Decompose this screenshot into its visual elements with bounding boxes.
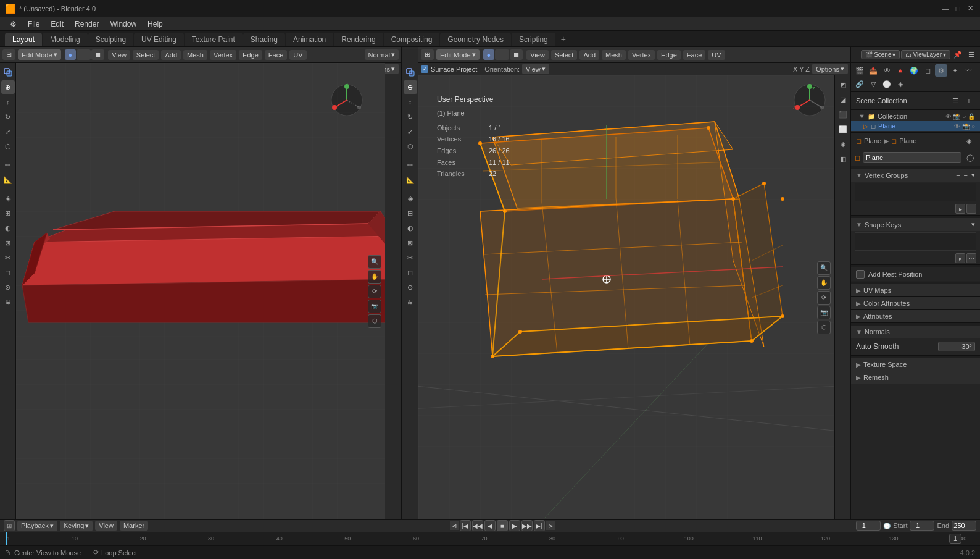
shape-keys-header[interactable]: ▼ Shape Keys + − ▾ bbox=[851, 218, 980, 231]
nav-zoom-in[interactable]: 🔍 bbox=[368, 255, 381, 269]
panel-modifier-icon[interactable]: ⚙ bbox=[935, 64, 947, 77]
tab-sculpting[interactable]: Sculpting bbox=[88, 33, 133, 46]
panel-scene-icon[interactable]: 🔺 bbox=[894, 64, 907, 77]
keying-btn[interactable]: Keying ▾ bbox=[60, 521, 93, 531]
rv-select-btn[interactable]: Select bbox=[551, 50, 578, 60]
tool-loop-cut[interactable]: ⊠ bbox=[1, 236, 15, 250]
rv-tool-smooth[interactable]: ≋ bbox=[404, 295, 417, 309]
face-btn[interactable]: Face bbox=[265, 50, 287, 60]
scene-selector[interactable]: 🎬 Scene ▾ bbox=[861, 50, 900, 59]
tool-smooth[interactable]: ≋ bbox=[1, 295, 15, 309]
tool-inset[interactable]: ⊞ bbox=[1, 206, 15, 220]
vp-rt-2[interactable]: ◪ bbox=[836, 93, 850, 106]
nav-pan[interactable]: ✋ bbox=[368, 270, 381, 284]
rv-edit-mode-selector[interactable]: Edit Mode ▾ bbox=[436, 49, 480, 60]
panel-pin-icon[interactable]: 📌 bbox=[952, 49, 964, 61]
color-attributes-header[interactable]: ▶ Color Attributes bbox=[851, 297, 980, 309]
rv-nav-pan[interactable]: ✋ bbox=[817, 276, 831, 290]
rv-tool-loopcut[interactable]: ⊠ bbox=[404, 236, 417, 250]
edge-mode-btn[interactable]: — bbox=[77, 49, 91, 60]
sk-add-btn[interactable]: + bbox=[956, 221, 960, 229]
add-rest-checkbox[interactable] bbox=[856, 270, 865, 279]
marker-btn[interactable]: Marker bbox=[120, 521, 148, 531]
object-name-input[interactable] bbox=[863, 152, 961, 163]
select-btn[interactable]: Select bbox=[133, 50, 159, 60]
panel-filter-icon[interactable]: ☰ bbox=[965, 49, 978, 61]
rv-tool-poly[interactable]: ◻ bbox=[404, 266, 417, 279]
rv-tool-annotate[interactable]: ✏ bbox=[404, 158, 417, 172]
rv-nav-perspective[interactable]: ⬡ bbox=[817, 321, 831, 334]
timeline-view-btn[interactable]: View bbox=[95, 521, 117, 531]
vg-btn-2[interactable]: ⋯ bbox=[966, 204, 976, 214]
panel-particles-icon[interactable]: ✦ bbox=[949, 64, 961, 77]
vp-rt-3[interactable]: ⬛ bbox=[836, 107, 850, 121]
panel-physics-icon[interactable]: 〰 bbox=[962, 64, 974, 77]
tool-cursor[interactable]: ⊕ bbox=[1, 80, 15, 94]
left-viewport-canvas[interactable]: Z 🔍 ✋ ⟳ 📷 ⬡ bbox=[16, 63, 385, 519]
vp-rt-4[interactable]: ⬜ bbox=[836, 122, 850, 136]
normals-header[interactable]: ▼ Normals bbox=[851, 326, 980, 338]
tab-animation[interactable]: Animation bbox=[286, 33, 333, 46]
menu-blender[interactable]: ⚙ bbox=[5, 19, 22, 30]
breadcrumb-settings[interactable]: ◈ bbox=[963, 135, 975, 147]
panel-output-icon[interactable]: 📤 bbox=[867, 64, 879, 77]
outliner-plane[interactable]: ▷ ◻ Plane 👁 📸 ○ bbox=[851, 121, 980, 131]
step-back[interactable]: ◀◀ bbox=[472, 520, 483, 531]
rv-nav-camera[interactable]: 📷 bbox=[817, 306, 831, 319]
vg-expand-btn[interactable]: ▾ bbox=[971, 171, 975, 179]
playback-btn[interactable]: Playback ▾ bbox=[17, 521, 57, 531]
view-btn[interactable]: View bbox=[108, 50, 130, 60]
panel-view-icon[interactable]: 👁 bbox=[881, 64, 893, 77]
menu-render[interactable]: Render bbox=[70, 19, 104, 30]
end-frame-input[interactable] bbox=[952, 521, 976, 531]
tab-compositing[interactable]: Compositing bbox=[384, 33, 440, 46]
rv-edge-mode[interactable]: — bbox=[495, 49, 509, 60]
skip-first[interactable]: |◀ bbox=[460, 520, 471, 531]
face-mode-btn[interactable]: ◼ bbox=[91, 49, 104, 60]
uv-maps-header[interactable]: ▶ UV Maps bbox=[851, 284, 980, 296]
vg-btn-1[interactable]: ▸ bbox=[955, 204, 965, 214]
mesh-btn[interactable]: Mesh bbox=[183, 50, 207, 60]
current-frame-input[interactable] bbox=[856, 521, 881, 531]
vertex-btn[interactable]: Vertex bbox=[210, 50, 236, 60]
auto-smooth-value[interactable]: 30° bbox=[938, 342, 975, 351]
rv-edge-btn[interactable]: Edge bbox=[657, 50, 681, 60]
nav-orbit[interactable]: ⟳ bbox=[368, 285, 381, 298]
tab-geometry-nodes[interactable]: Geometry Nodes bbox=[440, 33, 511, 46]
texture-space-header[interactable]: ▶ Texture Space bbox=[851, 358, 980, 371]
timeline-header-icon[interactable]: ⊞ bbox=[4, 520, 15, 531]
tool-select[interactable] bbox=[1, 65, 15, 79]
tab-rendering[interactable]: Rendering bbox=[334, 33, 383, 46]
play-forward[interactable]: ▶ bbox=[509, 520, 520, 531]
view-menu-button[interactable]: ⊞ bbox=[2, 49, 15, 60]
tab-layout[interactable]: Layout bbox=[5, 33, 42, 46]
rv-tool-inset[interactable]: ⊞ bbox=[404, 206, 417, 220]
sk-btn-2[interactable]: ⋯ bbox=[966, 253, 976, 263]
sk-remove-btn[interactable]: − bbox=[964, 221, 968, 229]
rv-tool-bevel[interactable]: ◐ bbox=[404, 221, 417, 235]
rv-vertex-mode[interactable]: ● bbox=[483, 49, 495, 60]
rv-tool-measure[interactable]: 📐 bbox=[404, 173, 417, 187]
rv-nav-zoom[interactable]: 🔍 bbox=[817, 261, 831, 275]
rv-tool-scale[interactable]: ⤢ bbox=[404, 125, 417, 138]
uv-btn[interactable]: UV bbox=[289, 50, 306, 60]
tool-knife[interactable]: ✂ bbox=[1, 251, 15, 264]
menu-help[interactable]: Help bbox=[143, 19, 168, 30]
vp-rt-1[interactable]: ◩ bbox=[836, 78, 850, 91]
tab-shading[interactable]: Shading bbox=[243, 33, 285, 46]
right-viewport-canvas[interactable]: Z X User Perspective (1) Plane Objects 1… bbox=[418, 75, 834, 519]
tool-rotate[interactable]: ↻ bbox=[1, 110, 15, 124]
vertex-groups-header[interactable]: ▼ Vertex Groups + − ▾ bbox=[851, 169, 980, 182]
minimize-button[interactable]: — bbox=[941, 4, 950, 14]
tool-scale[interactable]: ⤢ bbox=[1, 125, 15, 138]
panel-render-icon[interactable]: 🎬 bbox=[853, 64, 866, 77]
rv-add-btn[interactable]: Add bbox=[579, 50, 599, 60]
rv-face-btn[interactable]: Face bbox=[683, 50, 705, 60]
tool-move[interactable]: ↕ bbox=[1, 95, 15, 109]
rv-surface-project-cb[interactable]: ✓ bbox=[421, 65, 428, 73]
outliner-filter[interactable]: ☰ bbox=[949, 95, 961, 107]
panel-data-icon[interactable]: ▽ bbox=[867, 78, 879, 90]
menu-window[interactable]: Window bbox=[105, 19, 141, 30]
keyframe-prev[interactable]: ⊲ bbox=[450, 521, 459, 530]
nav-perspective[interactable]: ⬡ bbox=[368, 314, 381, 328]
